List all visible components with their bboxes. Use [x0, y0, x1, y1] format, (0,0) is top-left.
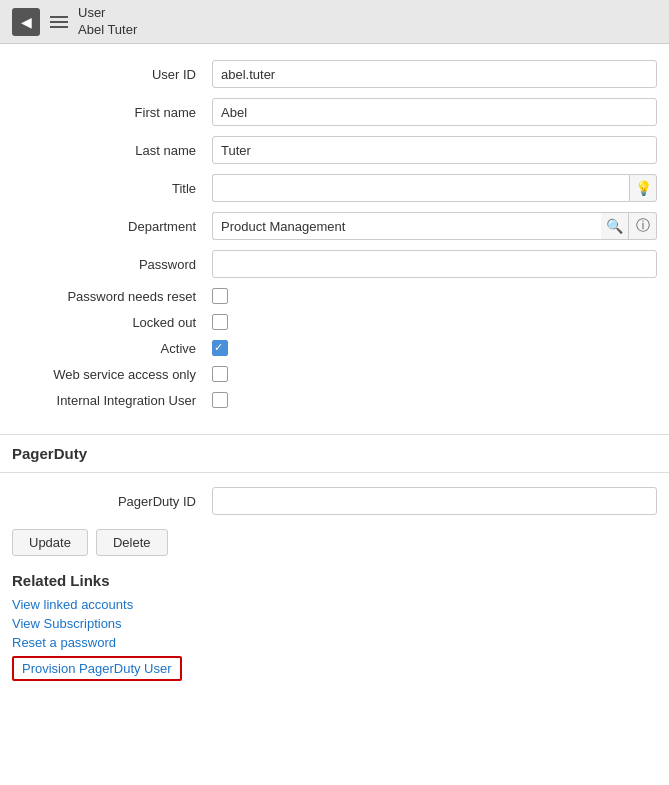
title-field-wrapper: 💡	[212, 174, 657, 202]
internal-integration-checkbox[interactable]	[212, 392, 228, 408]
reset-password-link[interactable]: Reset a password	[12, 635, 657, 650]
title-label: Title	[12, 181, 212, 196]
password-reset-row: Password needs reset	[0, 288, 669, 304]
provision-pagerduty-link[interactable]: Provision PagerDuty User	[12, 656, 182, 681]
pagerduty-id-input[interactable]	[212, 487, 657, 515]
password-input[interactable]	[212, 250, 657, 278]
view-subscriptions-link[interactable]: View Subscriptions	[12, 616, 657, 631]
user-id-input[interactable]	[212, 60, 657, 88]
search-icon: 🔍	[606, 218, 623, 234]
password-row: Password	[0, 250, 669, 278]
department-search-button[interactable]: 🔍	[601, 212, 629, 240]
back-button[interactable]: ◀	[12, 8, 40, 36]
locked-out-row: Locked out	[0, 314, 669, 330]
hamburger-menu[interactable]	[50, 16, 68, 28]
internal-integration-label: Internal Integration User	[12, 393, 212, 408]
password-reset-label: Password needs reset	[12, 289, 212, 304]
pagerduty-id-row: PagerDuty ID	[0, 487, 669, 515]
active-checkbox[interactable]	[212, 340, 228, 356]
user-id-row: User ID	[0, 60, 669, 88]
header-sub-title: Abel Tuter	[78, 22, 137, 39]
pagerduty-section-header: PagerDuty	[0, 434, 669, 473]
related-links-title: Related Links	[12, 572, 657, 589]
last-name-label: Last name	[12, 143, 212, 158]
active-label: Active	[12, 341, 212, 356]
last-name-row: Last name	[0, 136, 669, 164]
header: ◀ User Abel Tuter	[0, 0, 669, 44]
form-container: User ID First name Last name Title 💡 Dep…	[0, 44, 669, 434]
password-reset-checkbox[interactable]	[212, 288, 228, 304]
delete-button[interactable]: Delete	[96, 529, 168, 556]
locked-out-label: Locked out	[12, 315, 212, 330]
web-service-row: Web service access only	[0, 366, 669, 382]
view-linked-accounts-link[interactable]: View linked accounts	[12, 597, 657, 612]
update-button[interactable]: Update	[12, 529, 88, 556]
locked-out-checkbox[interactable]	[212, 314, 228, 330]
title-input[interactable]	[212, 174, 629, 202]
department-input[interactable]	[212, 212, 601, 240]
pagerduty-id-label: PagerDuty ID	[12, 494, 212, 509]
header-main-title: User	[78, 5, 137, 22]
action-buttons: Update Delete	[0, 529, 669, 572]
user-id-label: User ID	[12, 67, 212, 82]
related-links-section: Related Links View linked accounts View …	[0, 572, 669, 685]
lightbulb-icon: 💡	[635, 180, 652, 196]
first-name-row: First name	[0, 98, 669, 126]
department-label: Department	[12, 219, 212, 234]
active-row: Active	[0, 340, 669, 356]
internal-integration-row: Internal Integration User	[0, 392, 669, 408]
back-icon: ◀	[21, 14, 32, 30]
department-info-button[interactable]: ⓘ	[629, 212, 657, 240]
header-title: User Abel Tuter	[78, 5, 137, 39]
web-service-checkbox[interactable]	[212, 366, 228, 382]
department-field-wrapper: 🔍 ⓘ	[212, 212, 657, 240]
title-row: Title 💡	[0, 174, 669, 202]
first-name-label: First name	[12, 105, 212, 120]
department-row: Department 🔍 ⓘ	[0, 212, 669, 240]
web-service-label: Web service access only	[12, 367, 212, 382]
first-name-input[interactable]	[212, 98, 657, 126]
info-icon: ⓘ	[636, 217, 650, 235]
password-label: Password	[12, 257, 212, 272]
title-lightbulb-button[interactable]: 💡	[629, 174, 657, 202]
last-name-input[interactable]	[212, 136, 657, 164]
